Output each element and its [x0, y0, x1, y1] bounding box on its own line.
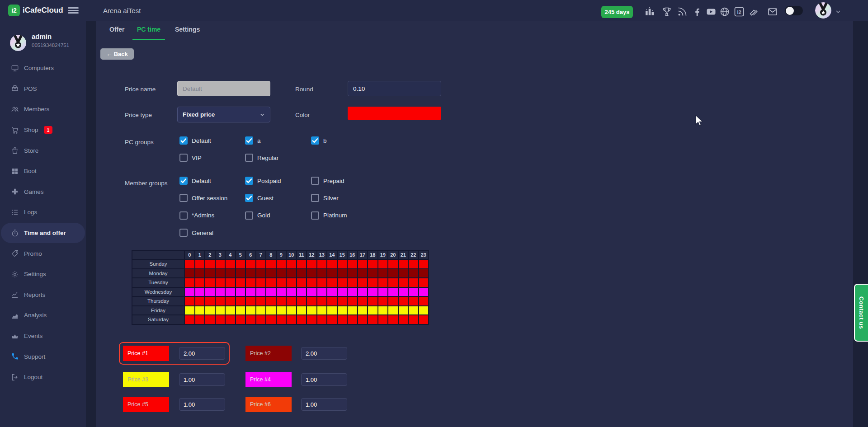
schedule-cell[interactable]: [368, 287, 378, 297]
member-group-option-offer-session[interactable]: Offer session: [179, 194, 227, 202]
schedule-cell[interactable]: [266, 287, 276, 297]
member-group-option-general[interactable]: General: [179, 229, 213, 237]
price-value-input-3[interactable]: [179, 373, 225, 386]
hamburger-menu-icon[interactable]: [68, 7, 79, 14]
ranking-icon[interactable]: [644, 6, 655, 17]
schedule-cell[interactable]: [368, 278, 378, 287]
schedule-cell[interactable]: [205, 259, 215, 269]
member-group-option-default[interactable]: Default: [179, 177, 211, 185]
schedule-cell[interactable]: [337, 315, 348, 324]
schedule-cell[interactable]: [266, 306, 276, 315]
schedule-cell[interactable]: [347, 287, 358, 297]
contact-us-button[interactable]: Contact us: [854, 284, 868, 342]
schedule-cell[interactable]: [327, 315, 337, 324]
checkbox-unchecked[interactable]: [179, 154, 188, 162]
schedule-cell[interactable]: [205, 287, 215, 297]
schedule-cell[interactable]: [419, 287, 429, 297]
schedule-cell[interactable]: [195, 278, 205, 287]
schedule-cell[interactable]: [358, 259, 368, 269]
schedule-cell[interactable]: [276, 296, 287, 306]
schedule-cell[interactable]: [358, 287, 368, 297]
schedule-cell[interactable]: [317, 306, 327, 315]
pc-group-option-default[interactable]: Default: [179, 136, 211, 145]
pc-group-option-b[interactable]: b: [311, 136, 327, 145]
schedule-cell[interactable]: [225, 296, 236, 306]
schedule-cell[interactable]: [398, 278, 409, 287]
schedule-cell[interactable]: [419, 315, 429, 324]
schedule-cell[interactable]: [205, 306, 215, 315]
schedule-cell[interactable]: [225, 278, 236, 287]
schedule-cell[interactable]: [256, 259, 266, 269]
profile-avatar[interactable]: [10, 35, 26, 51]
facebook-icon[interactable]: [692, 6, 703, 17]
price-value-input-6[interactable]: [301, 398, 347, 411]
schedule-cell[interactable]: [225, 315, 236, 324]
schedule-cell[interactable]: [317, 296, 327, 306]
schedule-cell[interactable]: [378, 269, 388, 278]
color-swatch[interactable]: [348, 107, 441, 120]
schedule-cell[interactable]: [378, 315, 388, 324]
schedule-cell[interactable]: [307, 259, 317, 269]
schedule-cell[interactable]: [408, 306, 419, 315]
schedule-cell[interactable]: [297, 259, 307, 269]
schedule-cell[interactable]: [378, 306, 388, 315]
member-group-option-platinum[interactable]: Platinum: [311, 211, 347, 220]
schedule-cell[interactable]: [358, 315, 368, 324]
sidebar-item-store[interactable]: Store: [0, 140, 86, 161]
schedule-cell[interactable]: [408, 315, 419, 324]
price-value-input-4[interactable]: [301, 373, 347, 386]
schedule-cell[interactable]: [195, 315, 205, 324]
schedule-cell[interactable]: [225, 259, 236, 269]
pc-group-option-a[interactable]: a: [245, 136, 261, 145]
schedule-cell[interactable]: [337, 259, 348, 269]
schedule-cell[interactable]: [286, 296, 297, 306]
schedule-cell[interactable]: [347, 315, 358, 324]
icafecloud-icon[interactable]: i2: [734, 6, 745, 17]
tab-settings[interactable]: Settings: [170, 26, 204, 39]
schedule-cell[interactable]: [245, 306, 256, 315]
schedule-cell[interactable]: [408, 287, 419, 297]
theme-toggle[interactable]: [785, 6, 803, 15]
rss-icon[interactable]: [677, 6, 688, 17]
schedule-cell[interactable]: [408, 269, 419, 278]
schedule-cell[interactable]: [368, 315, 378, 324]
schedule-cell[interactable]: [378, 278, 388, 287]
schedule-cell[interactable]: [358, 296, 368, 306]
schedule-cell[interactable]: [408, 296, 419, 306]
schedule-cell[interactable]: [398, 259, 409, 269]
checkbox-unchecked[interactable]: [245, 211, 253, 220]
youtube-icon[interactable]: [706, 6, 717, 17]
schedule-cell[interactable]: [184, 259, 195, 269]
schedule-cell[interactable]: [327, 287, 337, 297]
checkbox-unchecked[interactable]: [311, 211, 319, 220]
member-group-option-admins[interactable]: *Admins: [179, 211, 214, 220]
schedule-cell[interactable]: [337, 269, 348, 278]
schedule-cell[interactable]: [419, 296, 429, 306]
checkbox-checked[interactable]: [245, 177, 253, 185]
schedule-cell[interactable]: [215, 306, 226, 315]
schedule-cell[interactable]: [297, 296, 307, 306]
schedule-cell[interactable]: [378, 296, 388, 306]
schedule-cell[interactable]: [236, 306, 246, 315]
schedule-cell[interactable]: [215, 269, 226, 278]
schedule-cell[interactable]: [398, 287, 409, 297]
checkbox-unchecked[interactable]: [179, 194, 188, 202]
schedule-cell[interactable]: [368, 306, 378, 315]
pc-group-option-vip[interactable]: VIP: [179, 154, 202, 162]
schedule-cell[interactable]: [276, 269, 287, 278]
member-group-option-guest[interactable]: Guest: [245, 194, 274, 202]
member-group-option-prepaid[interactable]: Prepaid: [311, 177, 344, 185]
schedule-cell[interactable]: [347, 269, 358, 278]
tab-offer[interactable]: Offer: [105, 26, 129, 39]
schedule-cell[interactable]: [398, 306, 409, 315]
schedule-cell[interactable]: [297, 278, 307, 287]
sidebar-item-boot[interactable]: Boot: [0, 161, 86, 182]
schedule-cell[interactable]: [195, 306, 205, 315]
schedule-cell[interactable]: [245, 259, 256, 269]
price-button-1[interactable]: Price #1: [123, 346, 169, 361]
schedule-cell[interactable]: [266, 269, 276, 278]
checkbox-unchecked[interactable]: [311, 177, 319, 185]
schedule-cell[interactable]: [215, 315, 226, 324]
schedule-cell[interactable]: [236, 278, 246, 287]
schedule-cell[interactable]: [388, 278, 398, 287]
